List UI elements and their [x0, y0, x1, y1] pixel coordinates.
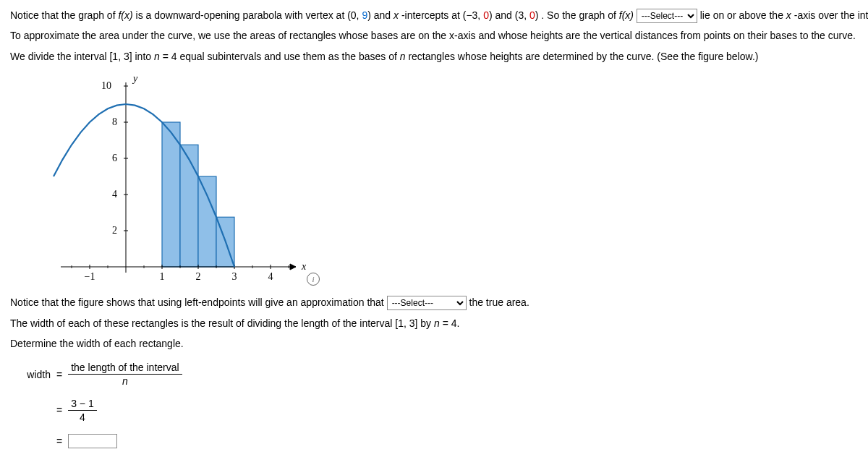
text: Notice that the graph of — [10, 9, 118, 21]
fx: f(x) — [118, 9, 132, 21]
svg-text:4: 4 — [268, 271, 273, 282]
width-answer-input[interactable] — [68, 434, 117, 448]
riemann-figure: y x 10 8 6 4 2 −1 1 2 3 4 i — [39, 72, 343, 289]
paragraph-5: The width of each of these rectangles is… — [10, 315, 858, 331]
svg-text:3: 3 — [232, 271, 237, 282]
paragraph-4: Notice that the figure shows that using … — [10, 294, 858, 310]
y-axis-label: y — [132, 73, 138, 84]
equals: = — [56, 402, 62, 418]
svg-text:2: 2 — [112, 225, 117, 236]
compare-dropdown[interactable]: ---Select--- — [387, 296, 467, 310]
width-label: width — [13, 367, 51, 383]
svg-text:10: 10 — [101, 80, 111, 91]
intro-paragraph-2: To approximate the area under the curve,… — [10, 27, 858, 43]
text: and — [495, 9, 515, 21]
fraction-1: the length of the interval n — [68, 362, 182, 387]
svg-rect-26 — [162, 122, 180, 267]
svg-text:1: 1 — [160, 271, 165, 282]
intercept-2: (3, 0) — [515, 9, 539, 21]
text: -axis over the interval [1, 3]. — [794, 9, 868, 21]
fraction-2: 3 − 1 4 — [68, 398, 97, 423]
svg-text:2: 2 — [196, 271, 201, 282]
text: -intercepts at — [401, 9, 463, 21]
text: is a downward-opening parabola with vert… — [136, 9, 348, 21]
width-equation: width = the length of the interval n = 3… — [13, 362, 858, 449]
intro-paragraph-3: We divide the interval [1, 3] into n = 4… — [10, 48, 858, 64]
does-dropdown[interactable]: ---Select--- — [637, 9, 697, 23]
intro-paragraph-1: Notice that the graph of f(x) is a downw… — [10, 7, 858, 23]
svg-text:6: 6 — [112, 153, 117, 163]
svg-text:8: 8 — [112, 116, 117, 127]
intercept-1: (−3, 0) — [463, 9, 493, 21]
svg-rect-28 — [198, 176, 216, 267]
text: and — [374, 9, 393, 21]
fx: f(x) — [619, 9, 634, 21]
text: lie on or above the — [700, 9, 786, 21]
vertex: (0, 9) — [347, 9, 371, 21]
x-var: x — [393, 9, 399, 21]
equals: = — [56, 367, 62, 383]
paragraph-6: Determine the width of each rectangle. — [10, 336, 858, 351]
equals: = — [56, 433, 62, 449]
x-axis-label: x — [301, 261, 307, 272]
svg-text:−1: −1 — [85, 271, 95, 282]
x-var: x — [786, 9, 791, 21]
svg-rect-27 — [180, 145, 198, 267]
text: . So the graph of — [541, 9, 618, 21]
svg-text:4: 4 — [112, 189, 117, 200]
